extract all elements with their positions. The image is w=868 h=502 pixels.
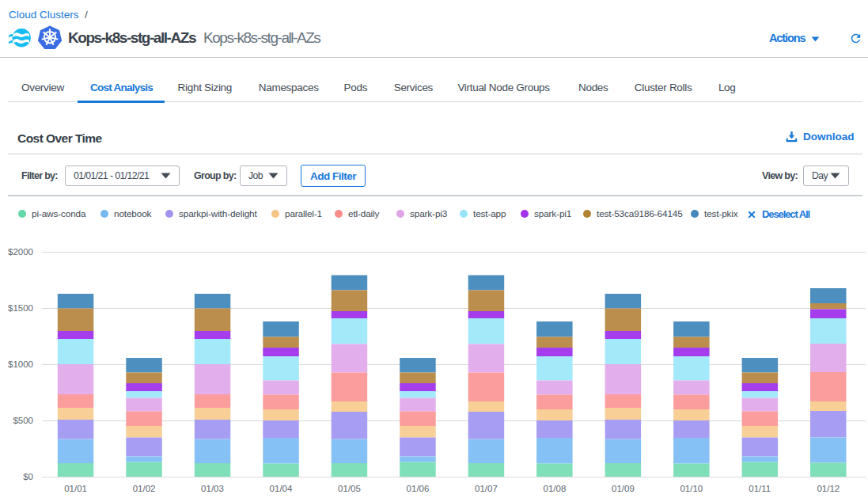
svg-text:$500: $500 [13, 416, 33, 425]
svg-text:01/12: 01/12 [817, 484, 840, 493]
svg-text:01/05: 01/05 [338, 484, 361, 493]
svg-text:$2000: $2000 [8, 247, 33, 257]
svg-text:01/11: 01/11 [749, 484, 771, 493]
svg-text:$1000: $1000 [8, 359, 33, 369]
svg-text:01/01: 01/01 [64, 484, 87, 493]
svg-text:01/02: 01/02 [133, 484, 156, 493]
svg-text:01/04: 01/04 [270, 484, 293, 493]
svg-text:01/07: 01/07 [475, 484, 498, 493]
svg-text:01/09: 01/09 [612, 484, 635, 493]
svg-text:$1500: $1500 [8, 303, 33, 313]
svg-text:01/06: 01/06 [407, 484, 430, 493]
svg-text:$0: $0 [23, 472, 33, 481]
svg-text:01/03: 01/03 [201, 484, 224, 493]
svg-text:01/08: 01/08 [544, 484, 567, 493]
svg-text:01/10: 01/10 [680, 484, 703, 493]
